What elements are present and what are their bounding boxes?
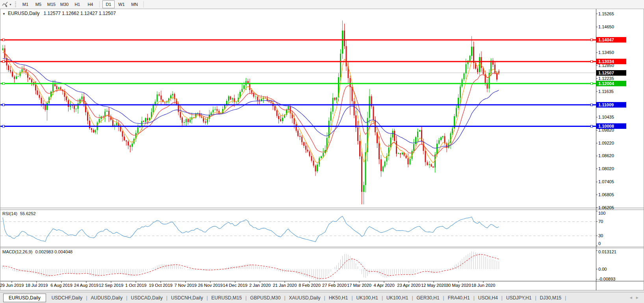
chart-tab-eurusd-daily[interactable]: EURUSD,Daily xyxy=(3,294,46,302)
price-tick-label: 1.07405 xyxy=(598,179,614,184)
date-label: 23 Apr 2020 xyxy=(397,283,420,288)
mt4-window: ▼ M1M5M15M30H1H4D1W1MN ▼EURUSD,Daily1.12… xyxy=(0,0,644,303)
date-label: 21 Jan 2020 xyxy=(273,283,297,288)
rsi-tick-label: 0 xyxy=(598,241,601,246)
chart-tab-gbpusd-m30[interactable]: GBPUSD,M30 xyxy=(247,294,284,302)
chart-tab-uk100-h1[interactable]: UK100,H1 xyxy=(353,294,382,302)
date-label: 19 Oct 2019 xyxy=(149,283,173,288)
date-label: 4 Apr 2020 xyxy=(373,283,394,288)
macd-header: MACD(12,26,9)0.002983 0.004048 xyxy=(2,249,72,254)
price-tick-label: 1.08020 xyxy=(598,166,614,171)
date-label: 17 Mar 2020 xyxy=(347,283,371,288)
price-tick-label: 1.10435 xyxy=(598,115,614,120)
date-label: 27 Feb 2020 xyxy=(322,283,347,288)
date-label: 2 Jan 2020 xyxy=(249,283,271,288)
chart-tab-usdcnh-daily[interactable]: USDCNH,Daily xyxy=(167,294,206,302)
tabs: EURUSD,DailyUSDCHF,Daily|AUDUSD,Daily|US… xyxy=(3,294,566,302)
toolbar-separator xyxy=(99,1,100,7)
tab-scroll-left-icon[interactable]: ◀ xyxy=(630,296,632,299)
price-tick-label: 1.12235 xyxy=(598,76,614,81)
chart-title: ▼EURUSD,Daily1.12577 1.12662 1.12427 1.1… xyxy=(2,11,116,16)
chart-tab-usoil-h4[interactable]: USOil,H4 xyxy=(475,294,501,302)
chart-tab-usdcad-daily[interactable]: USDCAD,Daily xyxy=(127,294,166,302)
timeframe-button-MN[interactable]: MN xyxy=(128,0,141,8)
date-label: 8 Feb 2020 xyxy=(299,283,321,288)
chart-tab-ger30-h1[interactable]: GER30,H1 xyxy=(413,294,443,302)
chart-tab-usdjpy-h1[interactable]: USDJPY,H1 xyxy=(503,294,535,302)
timeframe-button-M1[interactable]: M1 xyxy=(19,0,32,8)
price-badge: 1.13034 xyxy=(596,59,626,64)
date-axis[interactable]: 29 Jun 201918 Jul 20196 Aug 201924 Aug 2… xyxy=(0,281,596,290)
date-label: 7 Nov 2019 xyxy=(174,283,197,288)
timeframe-button-H4[interactable]: H4 xyxy=(84,0,97,8)
date-label: 29 Jun 2019 xyxy=(0,283,24,288)
dropdown-caret-icon[interactable]: ▼ xyxy=(9,3,12,6)
rsi-label: RSI(14) xyxy=(2,211,17,216)
toolbar-separator xyxy=(143,1,144,7)
chart-window xyxy=(0,9,644,290)
macd-tick-label: 0.00 xyxy=(598,267,607,272)
chart-tab-fra40-h1[interactable]: FRA40,H1 xyxy=(444,294,473,302)
date-label: 24 Aug 2019 xyxy=(74,283,98,288)
price-tick-label: 1.06205 xyxy=(598,205,614,210)
ohlc-quote: 1.12577 1.12662 1.12427 1.12507 xyxy=(44,11,116,16)
chart-tab-bar: EURUSD,DailyUSDCHF,Daily|AUDUSD,Daily|US… xyxy=(0,292,644,303)
price-badge: 1.11009 xyxy=(596,102,626,108)
collapse-triangle-icon[interactable]: ▼ xyxy=(2,12,6,16)
price-badge: 1.14047 xyxy=(596,37,626,43)
chart-tab-eurusd-m15[interactable]: EURUSD,M15 xyxy=(208,294,245,302)
date-label: 1 Oct 2019 xyxy=(125,283,147,288)
macd-tick-label: 0.013121 xyxy=(598,249,616,255)
macd-tick-label: -0.00893 xyxy=(598,277,615,282)
chart-tab-audusd-daily[interactable]: AUDUSD,Daily xyxy=(87,294,126,302)
timeframe-button-H1[interactable]: H1 xyxy=(71,0,84,8)
chart-tab-hk50-h1[interactable]: HK50,H1 xyxy=(325,294,352,302)
price-tick-label: 1.11635 xyxy=(598,89,614,94)
price-tick-label: 1.15265 xyxy=(598,11,614,17)
chart-cursor-icon[interactable] xyxy=(2,1,9,7)
macd-label: MACD(12,26,9) xyxy=(2,249,32,254)
date-label: 12 May 2020 xyxy=(421,283,446,288)
price-tick-label: 1.06805 xyxy=(598,192,614,197)
tab-scroll-arrows: ◀ ▶ xyxy=(630,296,644,299)
date-label: 12 Sep 2019 xyxy=(99,283,123,288)
timeframe-button-D1[interactable]: D1 xyxy=(102,0,115,8)
rsi-tick-label: 70 xyxy=(598,219,603,224)
chart-tab-xauusd-daily[interactable]: XAUUSD,Daily xyxy=(286,294,324,302)
price-tick-label: 1.14650 xyxy=(598,24,614,30)
price-axis[interactable]: 1.152651.146501.134501.128501.122351.116… xyxy=(596,9,644,290)
tab-scroll-right-icon[interactable]: ▶ xyxy=(636,296,638,299)
tab-divider: | xyxy=(565,295,566,301)
timeframe-button-W1[interactable]: W1 xyxy=(115,0,128,8)
rsi-tick-label: 100 xyxy=(598,211,605,216)
toolbar-grip[interactable] xyxy=(15,2,16,7)
price-badge: 1.12507 xyxy=(596,70,626,76)
price-tick-label: 1.09220 xyxy=(598,141,614,146)
date-label: 18 Jun 2020 xyxy=(471,283,496,288)
timeframe-button-M30[interactable]: M30 xyxy=(58,0,71,8)
price-tick-label: 1.13450 xyxy=(598,50,614,55)
date-label: 30 May 2020 xyxy=(446,283,471,288)
toolbar: ▼ M1M5M15M30H1H4D1W1MN xyxy=(0,0,644,9)
timeframe-buttons: M1M5M15M30H1H4D1W1MN xyxy=(19,0,146,8)
date-label: 26 Nov 2019 xyxy=(198,283,223,288)
macd-values: 0.002983 0.004048 xyxy=(35,249,72,254)
date-label: 18 Jul 2019 xyxy=(26,283,48,288)
rsi-tick-label: 30 xyxy=(598,233,603,238)
price-tick-label: 1.08620 xyxy=(598,153,614,158)
timeframe-button-M15[interactable]: M15 xyxy=(45,0,58,8)
date-label: 6 Aug 2019 xyxy=(50,283,72,288)
date-label: 14 Dec 2019 xyxy=(223,283,247,288)
rsi-header: RSI(14)55.6252 xyxy=(2,211,36,216)
chart-tab-usdchf-daily[interactable]: USDCHF,Daily xyxy=(48,294,86,302)
timeframe-button-M5[interactable]: M5 xyxy=(32,0,45,8)
symbol-period-label: EURUSD,Daily xyxy=(8,11,40,16)
rsi-value: 55.6252 xyxy=(20,211,36,216)
price-badge: 1.10008 xyxy=(596,123,626,129)
price-badge: 1.12004 xyxy=(596,81,626,86)
chart-tab-dj30-m15[interactable]: DJ30,M15 xyxy=(536,294,565,302)
chart-tab-uk100-h1[interactable]: UK100,H1 xyxy=(383,294,412,302)
